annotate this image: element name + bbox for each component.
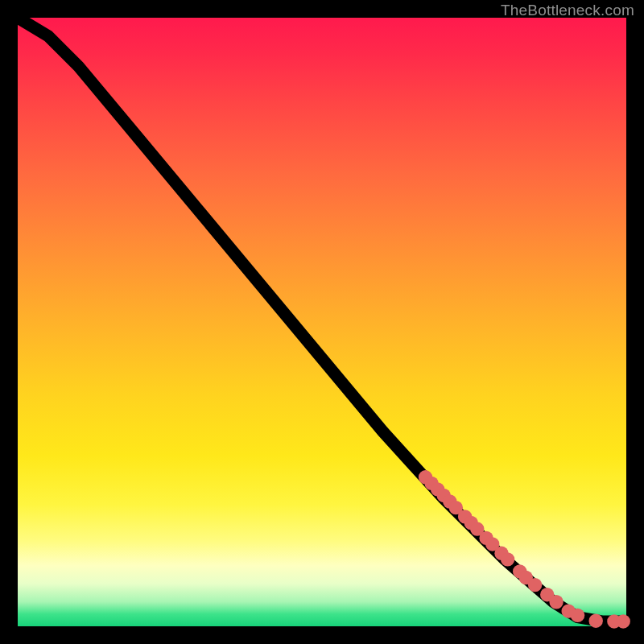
chart-svg [18,18,626,626]
plot-area [18,18,626,626]
data-point [617,614,630,628]
curve-line [18,18,626,621]
points-group [419,470,630,629]
chart-stage: TheBottleneck.com [0,0,644,644]
data-point [549,595,563,609]
attribution-label: TheBottleneck.com [501,2,634,19]
data-point [589,614,603,628]
data-point [571,609,584,622]
data-point [501,552,514,566]
data-point [528,578,542,592]
